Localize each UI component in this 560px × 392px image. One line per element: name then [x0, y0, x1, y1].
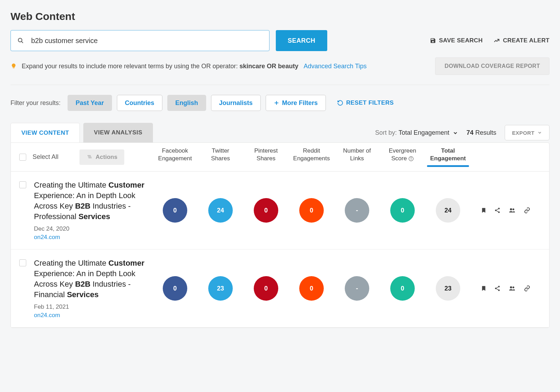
export-label: EXPORT	[512, 130, 534, 136]
col-total-engagement[interactable]: TotalEngagement	[425, 147, 471, 167]
tip-prefix: Expand your results to include more rele…	[22, 63, 239, 70]
filter-english[interactable]: English	[167, 95, 206, 111]
download-report-button[interactable]: DOWNLOAD COVERAGE REPORT	[435, 57, 550, 75]
result-source[interactable]: on24.com	[34, 234, 60, 241]
svg-point-19	[512, 286, 514, 288]
svg-point-17	[498, 289, 500, 291]
actions-button[interactable]: Actions	[79, 149, 124, 165]
result-title[interactable]: Creating the Ultimate Customer Experienc…	[34, 180, 149, 222]
results-count: 74 Results	[467, 129, 496, 136]
reset-filters-button[interactable]: RESET FILTERS	[337, 99, 394, 106]
tip-example: skincare OR beauty	[239, 63, 298, 70]
metric-pinterest: 0	[254, 276, 278, 301]
select-all-checkbox[interactable]	[19, 154, 26, 161]
col-links[interactable]: Number ofLinks	[334, 147, 380, 167]
tip-text: Expand your results to include more rele…	[22, 63, 367, 70]
more-filters-label: More Filters	[282, 99, 318, 107]
bookmark-icon[interactable]	[481, 285, 486, 292]
refresh-icon	[337, 100, 343, 106]
export-button[interactable]: EXPORT	[505, 125, 550, 140]
chevron-down-icon	[537, 130, 542, 135]
metric-reddit: 0	[299, 198, 324, 223]
tab-view-content[interactable]: VIEW CONTENT	[10, 123, 80, 142]
sort-label: Sort by:	[375, 129, 397, 136]
table-row: Creating the Ultimate Customer Experienc…	[11, 250, 549, 328]
col-evergreen[interactable]: Evergreen Score	[380, 147, 425, 167]
info-icon[interactable]	[408, 156, 414, 161]
tip-row: Expand your results to include more rele…	[10, 57, 550, 75]
search-button[interactable]: SEARCH	[276, 30, 327, 51]
sort-control[interactable]: Sort by: Total Engagement	[375, 129, 458, 136]
metric-links: -	[345, 276, 369, 301]
col-twitter[interactable]: TwitterShares	[198, 147, 243, 167]
metrics: 0 24 0 0 - 0 24	[152, 198, 471, 223]
people-icon[interactable]	[508, 207, 516, 214]
svg-rect-6	[89, 158, 92, 158]
metric-evergreen: 0	[390, 276, 415, 301]
people-icon[interactable]	[508, 285, 516, 292]
link-icon[interactable]	[524, 207, 531, 214]
metric-pinterest: 0	[254, 198, 278, 223]
title-block: Creating the Ultimate Customer Experienc…	[34, 258, 149, 319]
metric-twitter: 23	[208, 276, 233, 301]
svg-point-11	[495, 210, 497, 211]
result-date: Dec 24, 2020	[34, 225, 149, 232]
results-panel: Select All Actions FacebookEngagement Tw…	[10, 142, 550, 328]
filter-past-year[interactable]: Past Year	[68, 95, 112, 111]
filter-countries[interactable]: Countries	[117, 95, 162, 111]
svg-point-16	[495, 288, 497, 289]
table-row: Creating the Ultimate Customer Experienc…	[11, 172, 549, 250]
page-title: Web Content	[10, 10, 550, 22]
svg-point-18	[510, 286, 512, 288]
filter-journalists[interactable]: Journalists	[211, 95, 261, 111]
sort-value: Total Engagement	[399, 129, 449, 136]
save-search-button[interactable]: SAVE SEARCH	[430, 37, 483, 44]
create-alert-label: CREATE ALERT	[503, 37, 550, 44]
svg-point-15	[498, 286, 500, 288]
col-pinterest[interactable]: PinterestShares	[243, 147, 289, 167]
results-label: Results	[475, 129, 496, 136]
result-source[interactable]: on24.com	[34, 312, 60, 319]
bookmark-icon[interactable]	[481, 207, 486, 214]
search-input[interactable]	[10, 30, 270, 51]
metric-twitter: 24	[208, 198, 233, 223]
link-icon[interactable]	[524, 285, 531, 292]
svg-point-9	[411, 158, 411, 158]
select-all-label: Select All	[33, 153, 58, 161]
row-checkbox[interactable]	[19, 181, 26, 188]
row-actions	[471, 207, 541, 214]
col-reddit[interactable]: RedditEngagements	[289, 147, 334, 167]
chevron-down-icon	[453, 130, 458, 136]
row-checkbox[interactable]	[19, 259, 26, 266]
table-header: Select All Actions FacebookEngagement Tw…	[11, 143, 549, 172]
reset-filters-label: RESET FILTERS	[346, 99, 394, 106]
title-block: Creating the Ultimate Customer Experienc…	[34, 180, 149, 241]
share-icon[interactable]	[494, 285, 500, 292]
filter-label: Filter your results:	[10, 99, 61, 107]
tab-row: VIEW CONTENT VIEW ANALYSIS Sort by: Tota…	[10, 123, 550, 142]
svg-point-10	[498, 208, 500, 210]
results-number: 74	[467, 129, 474, 136]
create-alert-button[interactable]: CREATE ALERT	[493, 37, 550, 44]
result-date: Feb 11, 2021	[34, 303, 149, 310]
sort-area: Sort by: Total Engagement 74 Results EXP…	[375, 125, 550, 140]
svg-point-13	[510, 208, 512, 210]
more-filters-button[interactable]: More Filters	[266, 95, 326, 111]
col-facebook[interactable]: FacebookEngagement	[152, 147, 198, 167]
filter-row: Filter your results: Past Year Countries…	[10, 95, 550, 111]
tab-view-analysis[interactable]: VIEW ANALYSIS	[83, 123, 153, 142]
lightbulb-icon	[10, 62, 17, 70]
advanced-search-link[interactable]: Advanced Search Tips	[303, 63, 366, 70]
header-actions: SAVE SEARCH CREATE ALERT	[430, 37, 550, 44]
plus-icon	[274, 100, 279, 106]
metric-evergreen: 0	[390, 198, 415, 223]
svg-point-12	[498, 211, 500, 213]
metric-total: 24	[436, 198, 460, 223]
search-icon	[18, 37, 24, 44]
result-title[interactable]: Creating the Ultimate Customer Experienc…	[34, 258, 149, 300]
share-icon[interactable]	[494, 207, 500, 214]
trend-up-icon	[493, 37, 500, 44]
metric-total: 23	[436, 276, 460, 301]
metric-facebook: 0	[163, 198, 187, 223]
list-icon	[86, 154, 93, 160]
